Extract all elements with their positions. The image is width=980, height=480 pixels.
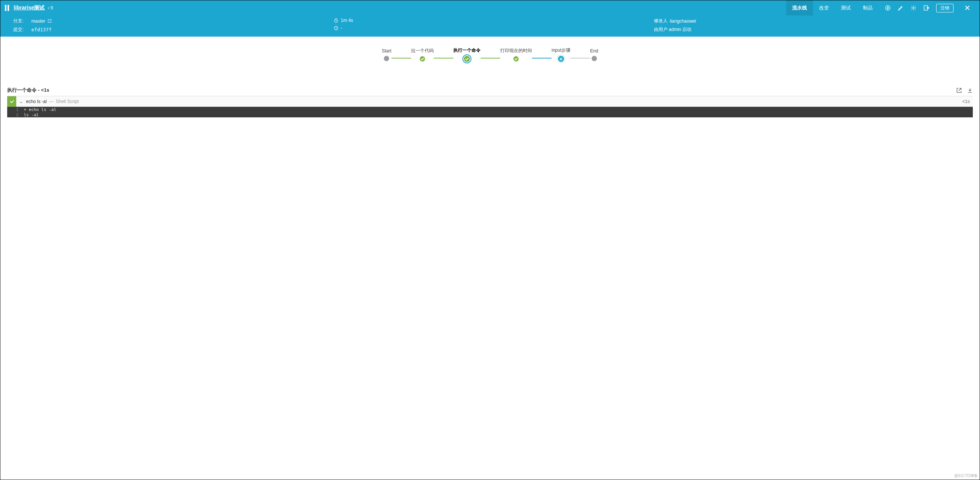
header-actions: 注销 ✕ bbox=[879, 3, 975, 13]
stage-start[interactable]: Start bbox=[382, 48, 391, 61]
stage-connector bbox=[571, 58, 590, 59]
tab-changes[interactable]: 改变 bbox=[813, 0, 835, 16]
log-line: 1 + echo ls -al bbox=[7, 107, 973, 112]
tab-tests[interactable]: 测试 bbox=[835, 0, 857, 16]
logout-button[interactable]: 注销 bbox=[936, 4, 953, 13]
branch-label: 分支: bbox=[13, 18, 29, 24]
svg-point-0 bbox=[886, 6, 890, 10]
stage-input[interactable]: input步骤 bbox=[552, 47, 571, 62]
stopwatch-icon bbox=[334, 18, 339, 23]
external-link-icon[interactable] bbox=[48, 19, 52, 23]
popout-icon[interactable] bbox=[956, 87, 962, 93]
header-top: librarise测试 9 流水线 改变 测试 制品 注销 ✕ bbox=[0, 0, 980, 16]
stage-node-gray bbox=[384, 56, 389, 61]
gear-icon[interactable] bbox=[910, 5, 916, 11]
header-meta: 分支: master 提交: efd137f 1m 4s - 修改人 liang… bbox=[0, 16, 980, 36]
step-command: echo ls -al bbox=[26, 99, 47, 104]
started-by: 由用户 admin 启动 bbox=[654, 27, 691, 33]
step-type-sep: — bbox=[49, 99, 54, 104]
svg-point-1 bbox=[913, 7, 914, 9]
pause-icon bbox=[5, 5, 9, 11]
time-value: - bbox=[341, 25, 342, 30]
close-icon[interactable]: ✕ bbox=[963, 3, 972, 13]
step-row[interactable]: ⌄ echo ls -al — Shell Script <1s bbox=[7, 96, 973, 107]
changed-by-label: 修改人 bbox=[654, 18, 668, 24]
pipeline-title[interactable]: librarise测试 bbox=[14, 5, 45, 11]
stage-node-active bbox=[464, 56, 470, 62]
chevron-down-icon[interactable]: ⌄ bbox=[19, 99, 24, 104]
pipeline-stages: Start 拉一个代码 执行一个命令 打印现在的时间 input步骤 End bbox=[0, 36, 980, 84]
step-status-icon bbox=[7, 96, 16, 107]
tab-pipeline[interactable]: 流水线 bbox=[786, 0, 813, 16]
step-duration: <1s bbox=[962, 99, 973, 104]
stage-print-time[interactable]: 打印现在的时间 bbox=[500, 48, 532, 62]
exit-icon[interactable] bbox=[923, 5, 929, 11]
changed-by-value: liangchaowei bbox=[670, 19, 696, 24]
stage-connector bbox=[532, 58, 552, 59]
branch-value[interactable]: master bbox=[31, 19, 45, 24]
duration-value: 1m 4s bbox=[341, 18, 353, 23]
commit-label: 提交: bbox=[13, 27, 29, 33]
stage-node-pause bbox=[558, 56, 564, 62]
stage-run-command[interactable]: 执行一个命令 bbox=[453, 47, 480, 62]
step-section-title: 执行一个命令 - <1s bbox=[7, 87, 49, 93]
stage-node-gray bbox=[592, 56, 597, 61]
stage-node-ok bbox=[514, 56, 519, 62]
tab-artifacts[interactable]: 制品 bbox=[857, 0, 879, 16]
step-type: Shell Script bbox=[56, 99, 79, 104]
stage-pull-code[interactable]: 拉一个代码 bbox=[411, 48, 434, 62]
stage-connector bbox=[480, 58, 500, 59]
run-number[interactable]: 9 bbox=[48, 5, 53, 11]
view-tabs: 流水线 改变 测试 制品 bbox=[786, 0, 879, 16]
stage-end[interactable]: End bbox=[590, 48, 598, 61]
edit-icon[interactable] bbox=[898, 5, 904, 11]
stage-connector bbox=[391, 58, 411, 59]
step-section-header: 执行一个命令 - <1s bbox=[7, 84, 973, 96]
commit-value[interactable]: efd137f bbox=[31, 27, 52, 32]
pipeline-header: librarise测试 9 流水线 改变 测试 制品 注销 ✕ 分支: mast… bbox=[0, 0, 980, 36]
stage-connector bbox=[434, 58, 453, 59]
download-icon[interactable] bbox=[967, 87, 973, 93]
rerun-icon[interactable] bbox=[885, 5, 891, 11]
clock-icon bbox=[334, 26, 339, 30]
console-log[interactable]: 1 + echo ls -al 2 ls -al bbox=[7, 107, 973, 117]
stage-node-ok bbox=[420, 56, 425, 62]
log-line: 2 ls -al bbox=[7, 112, 973, 117]
watermark: @51CTO博客 bbox=[954, 473, 978, 478]
